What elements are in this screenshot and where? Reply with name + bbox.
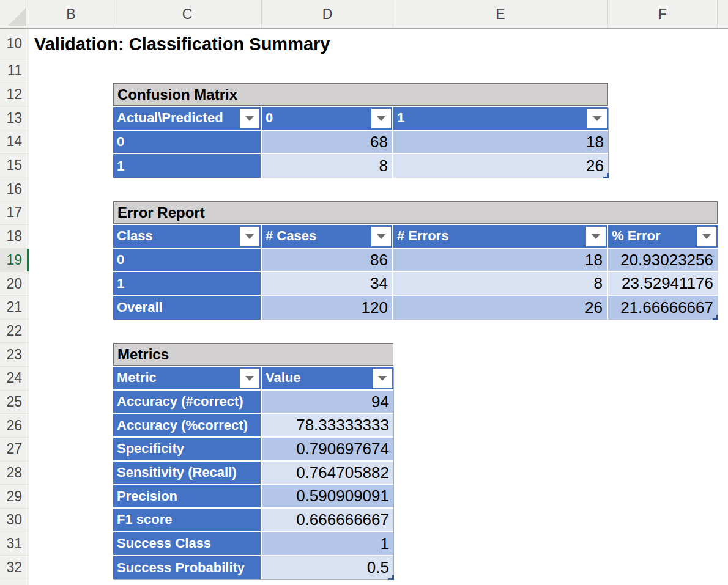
column-header-cell[interactable]: 0 xyxy=(262,107,393,130)
value-cell[interactable]: 23.52941176 xyxy=(608,272,718,295)
value-cell[interactable]: 0.5 xyxy=(262,556,393,580)
row-header[interactable]: 14 xyxy=(0,130,29,154)
table-title-cell[interactable]: Error Report xyxy=(113,201,718,224)
value-cell[interactable]: 0.666666667 xyxy=(262,509,393,531)
filter-dropdown-button[interactable] xyxy=(697,227,716,246)
column-header-cell[interactable]: 1 xyxy=(393,107,608,130)
value-cell[interactable]: 18 xyxy=(393,249,608,271)
filter-dropdown-button[interactable] xyxy=(371,109,391,128)
row-header[interactable]: 18 xyxy=(0,225,29,249)
row-header[interactable]: 12 xyxy=(0,83,29,107)
row-header[interactable]: 29 xyxy=(0,485,29,509)
table-resize-handle[interactable] xyxy=(603,173,609,178)
row-header[interactable]: 17 xyxy=(0,201,29,225)
column-header-cell[interactable]: Metric xyxy=(113,367,262,389)
column-header-cell[interactable]: # Errors xyxy=(393,225,608,248)
row-label-cell[interactable]: Accuracy (%correct) xyxy=(113,414,262,436)
row-header[interactable]: 32 xyxy=(0,556,29,579)
filter-dropdown-button[interactable] xyxy=(240,109,259,128)
table-resize-handle[interactable] xyxy=(388,575,394,580)
column-header-cell[interactable]: Class xyxy=(113,225,262,248)
column-header-d[interactable]: D xyxy=(262,0,393,28)
dropdown-arrow-icon xyxy=(245,376,254,381)
value-cell[interactable]: 21.66666667 xyxy=(608,296,718,320)
value-cell[interactable]: 26 xyxy=(393,296,608,320)
column-header-cell[interactable]: Actual\Predicted xyxy=(113,107,262,130)
column-header-cell[interactable]: Value xyxy=(262,367,393,389)
row-header[interactable]: 16 xyxy=(0,177,29,201)
value-cell[interactable]: 34 xyxy=(262,272,393,295)
column-header-c[interactable]: C xyxy=(113,0,262,28)
column-header-label: Value xyxy=(266,370,300,386)
row-label-cell[interactable]: Overall xyxy=(113,296,262,320)
table-resize-handle[interactable] xyxy=(713,315,718,320)
metrics-body: Metric Value Accuracy (#correct) 94 Accu… xyxy=(113,367,393,579)
column-header-e[interactable]: E xyxy=(393,0,608,28)
row-label-cell[interactable]: Accuracy (#correct) xyxy=(113,391,262,413)
row-label-cell[interactable]: Precision xyxy=(113,485,262,507)
value-cell[interactable]: 1 xyxy=(262,532,393,555)
row-header[interactable]: 26 xyxy=(0,414,29,438)
row-header[interactable]: 27 xyxy=(0,438,29,462)
row-label-cell[interactable]: Specificity xyxy=(113,438,262,460)
row-label-cell[interactable]: Success Class xyxy=(113,532,262,555)
filter-dropdown-button[interactable] xyxy=(373,369,392,388)
column-header-f[interactable]: F xyxy=(608,0,718,28)
row-header[interactable]: 11 xyxy=(0,59,29,83)
row-header-active[interactable]: 19 xyxy=(0,249,29,273)
row-header[interactable]: 30 xyxy=(0,509,29,532)
row-header[interactable]: 22 xyxy=(0,320,29,344)
row-label-cell[interactable]: 1 xyxy=(113,154,262,178)
row-header[interactable]: 24 xyxy=(0,367,29,391)
column-header-b[interactable]: B xyxy=(29,0,113,28)
value-cell[interactable]: 120 xyxy=(262,296,393,320)
column-header-cell[interactable]: % Error xyxy=(608,225,718,248)
table-title-cell[interactable]: Metrics xyxy=(113,343,393,366)
row-header[interactable]: 21 xyxy=(0,296,29,320)
value-cell[interactable]: 8 xyxy=(393,272,608,295)
value-cell[interactable]: 94 xyxy=(262,391,393,413)
dropdown-arrow-icon xyxy=(377,116,385,121)
filter-dropdown-button[interactable] xyxy=(586,227,606,246)
value-cell[interactable]: 0.590909091 xyxy=(262,485,393,507)
row-label-cell[interactable]: Success Probability xyxy=(113,556,262,580)
row-label-cell[interactable]: 0 xyxy=(113,249,262,271)
row-header[interactable]: 15 xyxy=(0,154,29,178)
row-header[interactable]: 25 xyxy=(0,391,29,414)
column-header-cell[interactable]: # Cases xyxy=(262,225,393,248)
error-report-body: Class # Cases # Errors % Error 0 xyxy=(113,225,718,320)
value-cell[interactable]: 86 xyxy=(262,249,393,271)
value-cell[interactable]: 78.33333333 xyxy=(262,414,393,436)
dropdown-arrow-icon xyxy=(702,234,711,239)
dropdown-arrow-icon xyxy=(593,116,601,121)
value-cell[interactable]: 20.93023256 xyxy=(608,249,718,271)
filter-dropdown-button[interactable] xyxy=(240,369,259,388)
filter-dropdown-button[interactable] xyxy=(371,227,391,246)
row-label-cell[interactable]: F1 score xyxy=(113,509,262,531)
column-header-partial[interactable] xyxy=(718,0,728,28)
sheet-title-cell[interactable]: Validation: Classification Summary xyxy=(34,29,330,59)
table-row: Specificity 0.790697674 xyxy=(113,438,393,462)
value-cell[interactable]: 26 xyxy=(393,154,608,178)
row-header[interactable]: 10 xyxy=(0,29,29,59)
filter-dropdown-button[interactable] xyxy=(587,109,607,128)
row-label-cell[interactable]: 1 xyxy=(113,272,262,295)
row-header[interactable]: 13 xyxy=(0,106,29,130)
value-cell[interactable]: 18 xyxy=(393,131,608,153)
table-row: Overall 120 26 21.66666667 xyxy=(113,296,718,320)
table-title-cell[interactable]: Confusion Matrix xyxy=(113,83,608,106)
row-label-cell[interactable]: 0 xyxy=(113,131,262,153)
value-cell[interactable]: 0.764705882 xyxy=(262,462,393,484)
row-header[interactable]: 31 xyxy=(0,532,29,556)
value-cell[interactable]: 68 xyxy=(262,131,393,153)
value-cell[interactable]: 0.790697674 xyxy=(262,438,393,460)
column-header-label: Metric xyxy=(117,370,157,386)
row-header[interactable]: 23 xyxy=(0,343,29,367)
select-all-corner[interactable] xyxy=(0,0,29,28)
row-header[interactable]: 28 xyxy=(0,462,29,485)
row-header[interactable]: 20 xyxy=(0,272,29,296)
table-row: Accuracy (%correct) 78.33333333 xyxy=(113,414,393,438)
row-label-cell[interactable]: Sensitivity (Recall) xyxy=(113,462,262,484)
value-cell[interactable]: 8 xyxy=(262,154,393,178)
filter-dropdown-button[interactable] xyxy=(240,227,259,246)
